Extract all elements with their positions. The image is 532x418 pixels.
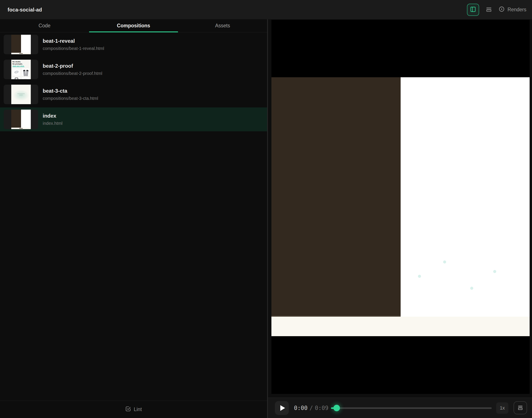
video-frame: [271, 77, 530, 336]
play-button[interactable]: [275, 401, 289, 415]
tab-bar: CodeCompositionsAssets: [0, 19, 267, 32]
player-layout-button[interactable]: [514, 401, 527, 414]
thumb-product-grid: [12, 68, 30, 79]
composition-name: index: [43, 113, 62, 119]
thumb-tiny-text: [17, 93, 25, 94]
panel-rows-icon: [486, 6, 492, 13]
video-player: [271, 20, 530, 394]
composition-row-beat-2-proof[interactable]: No studio.No prompts.Just one click.beat…: [0, 58, 267, 81]
thumb-product-bag: [12, 77, 21, 79]
thumb-brown-panel: [11, 110, 21, 129]
play-icon: [280, 405, 285, 411]
composition-info: indexindex.html: [43, 113, 62, 126]
composition-row-beat-3-cta[interactable]: beat-3-ctacompositions/beat-3-cta.html: [0, 82, 267, 106]
composition-name: beat-2-proof: [43, 63, 102, 69]
composition-info: beat-1-revealcompositions/beat-1-reveal.…: [43, 38, 104, 51]
ring-shape: [14, 70, 19, 74]
composition-info: beat-3-ctacompositions/beat-3-cta.html: [43, 88, 98, 101]
composition-path: compositions/beat-2-proof.html: [43, 71, 102, 76]
tab-label: Code: [39, 23, 51, 28]
playback-speed-button[interactable]: 1x: [496, 402, 508, 414]
seek-thumb[interactable]: [333, 405, 340, 411]
panel-footer: Lint: [0, 401, 267, 418]
tab-code[interactable]: Code: [0, 19, 89, 32]
playback-controls-bar: 0:00 / 0:09 1x: [268, 398, 532, 418]
preview-pane: 0:00 / 0:09 1x: [268, 19, 532, 418]
seek-bar[interactable]: [331, 405, 492, 411]
video-white-panel: [401, 77, 530, 317]
composition-thumbnail: [4, 35, 38, 54]
composition-path: compositions/beat-3-cta.html: [43, 96, 98, 101]
composition-name: beat-1-reveal: [43, 38, 104, 44]
thumbnail-image: [11, 35, 31, 54]
thumbnail-image: [11, 85, 31, 104]
confetti-dot: [418, 275, 421, 278]
tab-label: Compositions: [117, 23, 150, 28]
tab-compositions[interactable]: Compositions: [89, 19, 178, 32]
video-brown-panel: [271, 77, 401, 317]
top-bar: foca-social-ad Renders: [0, 0, 532, 19]
renders-label: Renders: [508, 7, 526, 12]
time-separator: /: [310, 405, 313, 411]
total-time: 0:09: [315, 405, 328, 411]
thumbnail-image: No studio.No prompts.Just one click.: [11, 60, 31, 79]
renders-button[interactable]: Renders: [499, 6, 526, 13]
thumbnail-image: [11, 110, 31, 129]
composition-thumbnail: [4, 85, 38, 104]
tab-assets[interactable]: Assets: [178, 19, 267, 32]
panel-split-toggle-button[interactable]: [467, 4, 479, 16]
compositions-panel: CodeCompositionsAssets beat-1-revealcomp…: [0, 19, 267, 418]
play-circle-icon: [499, 6, 505, 13]
composition-list: beat-1-revealcompositions/beat-1-reveal.…: [0, 33, 267, 132]
thumb-footer-mark: [19, 128, 23, 129]
video-bottom-bar: [271, 317, 530, 336]
confetti-dot: [493, 270, 496, 273]
composition-path: index.html: [43, 121, 62, 126]
thumb-headline-line: No studio.: [12, 61, 24, 63]
active-tab-underline: [89, 32, 178, 32]
confetti-dot: [470, 287, 473, 290]
thumb-headline: No studio.No prompts.Just one click.: [12, 61, 24, 67]
check-square-icon: [125, 406, 131, 413]
thumb-footer-mark: [19, 53, 23, 54]
confetti-dot: [443, 260, 446, 264]
composition-row-index[interactable]: indexindex.html: [0, 107, 267, 131]
thumb-product-dress: [21, 77, 30, 79]
panel-rows-toggle-button[interactable]: [486, 6, 492, 13]
panel-left-icon: [470, 6, 476, 13]
thumb-product-ring: [12, 68, 21, 76]
seek-track[interactable]: [331, 407, 492, 409]
time-display: 0:00 / 0:09: [294, 398, 328, 418]
composition-path: compositions/beat-1-reveal.html: [43, 46, 104, 51]
dress-shape: [23, 79, 27, 79]
composition-row-beat-1-reveal[interactable]: beat-1-revealcompositions/beat-1-reveal.…: [0, 33, 267, 57]
composition-thumbnail: No studio.No prompts.Just one click.: [4, 60, 38, 79]
composition-name: beat-3-cta: [43, 88, 98, 94]
thumb-product-shoes: [21, 68, 30, 76]
thumb-headline-line: No prompts.: [12, 63, 24, 65]
lint-button[interactable]: Lint: [125, 406, 142, 413]
tab-label: Assets: [215, 23, 230, 28]
current-time: 0:00: [294, 405, 308, 411]
lint-label: Lint: [134, 406, 142, 412]
thumb-brown-panel: [11, 35, 21, 54]
composition-thumbnail: [4, 110, 38, 129]
thumb-tiny-text: [19, 95, 23, 95]
project-title: foca-social-ad: [8, 7, 42, 12]
topbar-actions: Renders: [467, 0, 526, 19]
panel-rows-icon: [517, 404, 523, 411]
composition-info: beat-2-proofcompositions/beat-2-proof.ht…: [43, 63, 102, 76]
thumb-headline-line: Just one click.: [12, 65, 24, 67]
